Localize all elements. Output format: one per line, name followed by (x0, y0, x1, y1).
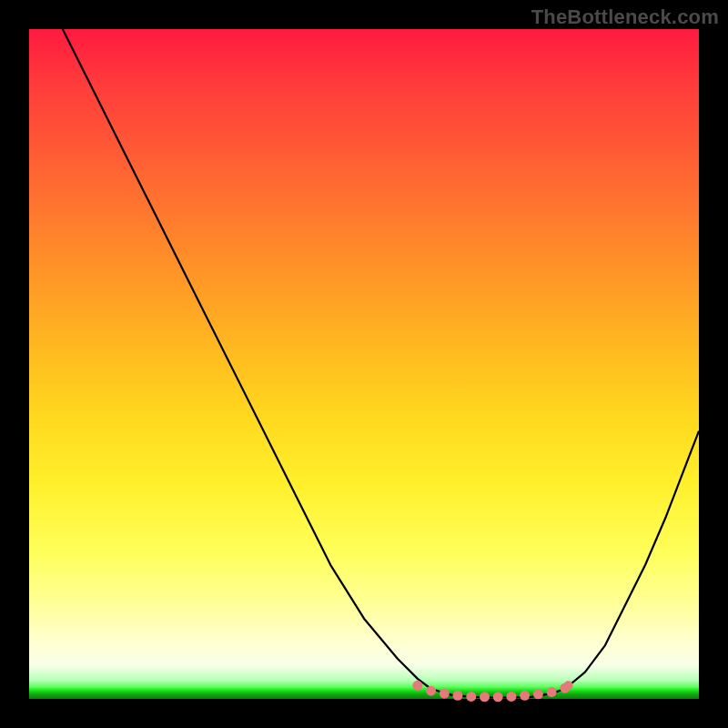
highlight-dot (453, 691, 463, 701)
highlight-dot (480, 692, 490, 702)
highlight-dot (466, 692, 476, 702)
highlight-dot (426, 686, 436, 696)
highlight-dot (412, 681, 422, 691)
bottleneck-curve-line (63, 29, 699, 698)
highlight-dot (440, 689, 450, 699)
highlight-dot (493, 692, 503, 702)
plot-area (29, 29, 699, 699)
watermark-text: TheBottleneck.com (531, 5, 719, 29)
highlight-dot (520, 691, 530, 701)
highlight-dot (506, 692, 516, 702)
highlight-end-dot (564, 681, 573, 690)
highlight-dot-end (564, 681, 573, 690)
highlight-dot (533, 689, 543, 699)
chart-frame: TheBottleneck.com (0, 0, 728, 728)
highlight-dot (547, 687, 557, 697)
chart-svg (29, 29, 699, 699)
